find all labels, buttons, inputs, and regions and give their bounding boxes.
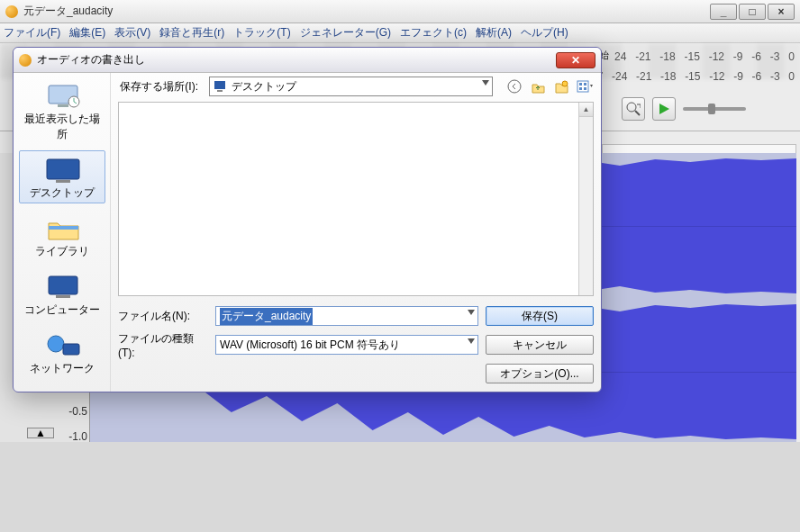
db-meter-top: 24 -21 -18 -15 -12 -9 -6 -3 0 (614, 50, 795, 65)
filetype-combo[interactable]: WAV (Microsoft) 16 bit PCM 符号あり (215, 335, 478, 355)
export-audio-dialog: オーディオの書き出し ✕ 最近表示した場所 デスクトップ ライブラリ コンピュー… (13, 47, 602, 392)
svg-marker-2 (659, 104, 669, 114)
lookin-label: 保存する場所(I): (118, 79, 204, 95)
places-bar: 最近表示した場所 デスクトップ ライブラリ コンピューター ネットワーク (14, 73, 111, 392)
file-list-scrollbar[interactable]: ▲ (578, 103, 593, 295)
menu-effect[interactable]: エフェクト(c) (400, 25, 467, 41)
dialog-close-button[interactable]: ✕ (556, 52, 595, 68)
svg-rect-22 (579, 87, 582, 90)
svg-point-0 (627, 103, 636, 112)
dialog-title: オーディオの書き出し (37, 52, 145, 68)
place-desktop[interactable]: デスクトップ (19, 150, 105, 203)
close-window-button[interactable]: × (768, 4, 795, 20)
svg-point-18 (562, 81, 568, 86)
place-computer[interactable]: コンピューター (19, 267, 105, 320)
filetype-label: ファイルの種類(T): (118, 331, 208, 359)
menu-file[interactable]: ファイル(F) (4, 25, 60, 41)
app-icon (5, 5, 18, 18)
save-button[interactable]: 保存(S) (486, 306, 594, 326)
file-list[interactable]: ▲ (118, 102, 594, 296)
svg-rect-10 (49, 226, 78, 230)
libraries-icon (43, 213, 81, 242)
dialog-app-icon (19, 54, 32, 67)
menu-edit[interactable]: 編集(E) (69, 25, 105, 41)
filename-label: ファイル名(N): (118, 309, 208, 324)
svg-line-1 (635, 111, 640, 115)
window-buttons: _ □ × (710, 4, 795, 20)
menu-track[interactable]: トラック(T) (233, 25, 290, 41)
track-collapse-button[interactable]: ▲ (27, 428, 54, 438)
svg-rect-15 (214, 81, 225, 89)
new-folder-icon[interactable] (552, 77, 570, 95)
playback-speed-slider[interactable] (683, 107, 746, 111)
scroll-up-icon[interactable]: ▲ (579, 103, 593, 117)
svg-rect-19 (577, 81, 588, 92)
svg-rect-21 (584, 83, 586, 86)
vscale-neg05: -0.5 (68, 405, 87, 418)
svg-rect-20 (579, 83, 582, 86)
zoom-fit-icon[interactable] (622, 97, 645, 121)
title-bar: 元データ_audacity _ □ × (0, 0, 800, 23)
desktop-icon (43, 155, 81, 184)
svg-rect-23 (584, 87, 586, 90)
menu-generate[interactable]: ジェネレーター(G) (300, 25, 391, 41)
computer-icon (43, 272, 81, 301)
svg-rect-12 (56, 295, 70, 298)
svg-point-17 (508, 80, 521, 93)
cancel-button[interactable]: キャンセル (486, 335, 594, 355)
filename-value: 元データ_audacity (220, 308, 313, 325)
play-button[interactable] (652, 97, 676, 121)
chevron-down-icon (482, 80, 489, 86)
svg-rect-6 (58, 104, 68, 107)
db-meter-bottom: -27 -24 -21 -18 -15 -12 -9 -6 -3 0 (587, 70, 795, 85)
maximize-button[interactable]: □ (739, 4, 766, 20)
lookin-value: デスクトップ (232, 79, 296, 95)
menu-view[interactable]: 表示(V) (114, 25, 150, 41)
menu-record[interactable]: 録音と再生(r) (159, 25, 224, 41)
bottom-panel (0, 442, 800, 532)
chevron-down-icon (468, 310, 475, 315)
svg-rect-9 (56, 180, 70, 183)
svg-rect-16 (217, 90, 223, 92)
options-button[interactable]: オプション(O)... (486, 364, 594, 383)
window-title: 元データ_audacity (23, 4, 113, 19)
back-icon[interactable] (505, 77, 523, 95)
menu-bar: ファイル(F) 編集(E) 表示(V) 録音と再生(r) トラック(T) ジェネ… (0, 23, 800, 43)
vertical-scale: -0.5 -1.0 (68, 405, 87, 443)
place-libraries[interactable]: ライブラリ (19, 209, 105, 262)
view-menu-icon[interactable] (576, 77, 594, 95)
svg-point-13 (48, 336, 64, 352)
dialog-main: 保存する場所(I): デスクトップ ▲ ファイル (111, 73, 601, 392)
network-icon (43, 330, 81, 359)
lookin-combo[interactable]: デスクトップ (209, 77, 493, 96)
chevron-down-icon (468, 338, 475, 344)
dialog-title-bar[interactable]: オーディオの書き出し ✕ (14, 48, 601, 73)
desktop-small-icon (214, 80, 228, 93)
playback-tool-icons (622, 97, 746, 121)
svg-rect-8 (47, 159, 79, 179)
minimize-button[interactable]: _ (710, 4, 737, 20)
up-one-level-icon[interactable] (529, 77, 547, 95)
svg-rect-14 (63, 344, 79, 355)
filetype-value: WAV (Microsoft) 16 bit PCM 符号あり (220, 338, 400, 353)
place-network[interactable]: ネットワーク (19, 326, 105, 379)
place-recent[interactable]: 最近表示した場所 (19, 77, 105, 145)
vscale-neg10: -1.0 (68, 430, 87, 443)
filename-input[interactable]: 元データ_audacity (215, 306, 478, 326)
menu-analyze[interactable]: 解析(A) (476, 25, 512, 41)
recent-icon (43, 81, 81, 110)
menu-help[interactable]: ヘルプ(H) (521, 25, 568, 41)
svg-rect-11 (49, 276, 77, 294)
